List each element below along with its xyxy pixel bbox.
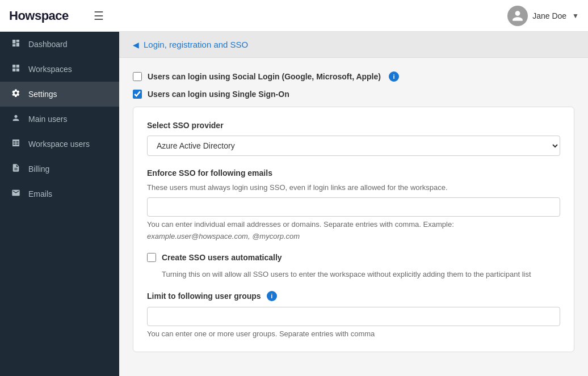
enforce-sso-section: Enforce SSO for following emails These u… xyxy=(147,168,560,240)
social-login-checkbox[interactable] xyxy=(133,72,142,81)
enforce-sso-hint: You can enter individual email addresses… xyxy=(147,220,560,229)
sidebar-item-workspaces[interactable]: Workspaces xyxy=(0,57,119,82)
sidebar-item-settings[interactable]: Settings xyxy=(0,82,119,107)
settings-content: Users can login using Social Login (Goog… xyxy=(119,58,588,366)
sidebar-label-dashboard: Dashboard xyxy=(28,40,68,49)
workspace-users-icon xyxy=(10,138,22,150)
section-collapse-icon[interactable]: ◀ xyxy=(133,40,139,49)
limit-user-groups-hint: You can enter one or more user groups. S… xyxy=(147,329,560,338)
app-header: Howspace ☰ Jane Doe ▼ xyxy=(0,0,588,32)
workspaces-icon xyxy=(10,64,22,75)
social-login-info-icon[interactable]: i xyxy=(389,71,399,82)
sso-login-label: Users can login using Single Sign-On xyxy=(148,90,289,99)
section-title: Login, registration and SSO xyxy=(144,40,248,49)
sidebar: Dashboard Workspaces Settings Main users… xyxy=(0,32,119,376)
create-sso-users-section: Create SSO users automatically Turning t… xyxy=(147,253,560,278)
dashboard-icon xyxy=(10,39,22,50)
sso-login-row: Users can login using Single Sign-On xyxy=(133,90,574,99)
logo: Howspace xyxy=(9,9,69,23)
chevron-down-icon: ▼ xyxy=(572,12,579,20)
sidebar-label-billing: Billing xyxy=(28,164,49,174)
sso-provider-select[interactable]: Azure Active Directory Google Okta SAML … xyxy=(147,136,560,156)
enforce-sso-input[interactable] xyxy=(147,197,560,217)
sso-login-checkbox[interactable] xyxy=(133,90,142,99)
username-label: Jane Doe xyxy=(532,11,566,20)
sidebar-item-workspace-users[interactable]: Workspace users xyxy=(0,132,119,157)
sso-settings-box: Select SSO provider Azure Active Directo… xyxy=(133,107,574,352)
settings-icon xyxy=(10,88,22,100)
limit-user-groups-input[interactable] xyxy=(147,307,560,326)
enforce-sso-label: Enforce SSO for following emails xyxy=(147,168,560,178)
main-layout: Dashboard Workspaces Settings Main users… xyxy=(0,32,588,376)
limit-user-groups-header: Limit to following user groups i xyxy=(147,291,560,301)
limit-user-groups-label: Limit to following user groups xyxy=(147,291,261,301)
create-sso-label: Create SSO users automatically xyxy=(162,253,282,262)
create-sso-checkbox[interactable] xyxy=(147,253,156,262)
sidebar-item-billing[interactable]: Billing xyxy=(0,157,119,181)
create-sso-desc: Turning this on will allow all SSO users… xyxy=(162,270,560,278)
section-header[interactable]: ◀ Login, registration and SSO xyxy=(119,32,588,58)
avatar xyxy=(507,6,528,26)
enforce-sso-desc: These users must always login using SSO,… xyxy=(147,183,560,192)
sidebar-label-emails: Emails xyxy=(28,189,52,198)
main-users-icon xyxy=(10,113,22,125)
sidebar-label-workspace-users: Workspace users xyxy=(28,140,90,149)
limit-user-groups-info-icon[interactable]: i xyxy=(267,291,277,301)
sidebar-item-dashboard[interactable]: Dashboard xyxy=(0,32,119,57)
hamburger-icon[interactable]: ☰ xyxy=(94,9,104,23)
sidebar-item-emails[interactable]: Emails xyxy=(0,181,119,206)
sidebar-label-settings: Settings xyxy=(28,90,57,99)
sidebar-label-workspaces: Workspaces xyxy=(28,65,72,74)
main-content: ◀ Login, registration and SSO Users can … xyxy=(119,32,588,376)
enforce-sso-hint2: example.user@howspace.com, @mycorp.com xyxy=(147,232,560,240)
social-login-label: Users can login using Social Login (Goog… xyxy=(148,72,381,81)
sidebar-item-main-users[interactable]: Main users xyxy=(0,107,119,132)
sidebar-label-main-users: Main users xyxy=(28,115,67,124)
create-sso-checkbox-row: Create SSO users automatically xyxy=(147,253,560,262)
social-login-row: Users can login using Social Login (Goog… xyxy=(133,71,574,82)
sso-provider-label: Select SSO provider xyxy=(147,121,560,130)
limit-user-groups-section: Limit to following user groups i You can… xyxy=(147,291,560,338)
user-menu[interactable]: Jane Doe ▼ xyxy=(507,6,579,26)
billing-icon xyxy=(10,163,22,175)
emails-icon xyxy=(10,188,22,200)
